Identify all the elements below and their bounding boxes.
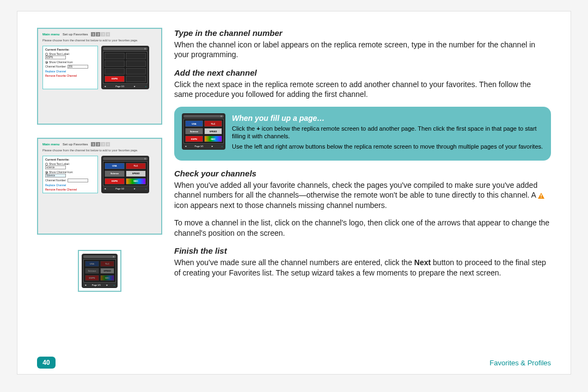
heading-finish-list: Finish the list <box>174 246 551 256</box>
instruction-text: Please choose from the channel list belo… <box>42 39 157 42</box>
heading-add-next-channel: Add the next channel <box>174 68 551 78</box>
section-title: Favorites & Profiles <box>489 359 551 367</box>
heading-type-channel-number: Type in the channel number <box>174 28 551 39</box>
paragraph-finish: When you've made sure all the channel nu… <box>174 258 551 278</box>
channel-icon-select: Science <box>45 174 66 177</box>
callout-heading: When you fill up a page… <box>232 113 543 123</box>
paragraph-check-channels: When you've added all your favorite chan… <box>174 180 551 210</box>
channel-espn-icon: ESPN <box>105 76 125 82</box>
setup-favorites-screenshot-1: Main menu Set up Favorites 1234 Please c… <box>37 28 162 125</box>
channel-speed-icon: SPEED <box>126 170 146 177</box>
plus-icon: + <box>222 145 223 148</box>
channel-number-input: 206 <box>68 65 88 69</box>
svg-rect-2 <box>541 197 541 198</box>
remote-replica: ESPN ◄Page 1/1►+ <box>101 46 149 89</box>
callout-paragraph-2: Use the left and right arrow buttons bel… <box>232 143 543 151</box>
wizard-steps: 1234 <box>91 32 110 36</box>
breadcrumb-setup-favorites: Set up Favorites <box>63 33 88 36</box>
remote-preview-thumbnail: USATLC ScienceSPEED ESPNNBC ◄Page 1/1►+ <box>78 250 121 292</box>
paragraph-type-channel: When the channel icon or label appears o… <box>174 40 551 60</box>
radio-channel-icon <box>45 61 48 64</box>
channel-science-icon: Science <box>105 170 125 177</box>
channel-nbc-icon: NBC <box>126 178 146 185</box>
warning-icon <box>538 193 544 199</box>
setup-favorites-screenshot-2: Main menu Set up Favorites 1234 Please c… <box>37 138 162 235</box>
replace-channel-link: Replace Channel <box>45 70 95 73</box>
heading-check-channels: Check your channels <box>174 168 551 179</box>
text-label-input: ESPN <box>45 56 66 59</box>
callout-paragraph-1: Click the + icon below the replica remot… <box>232 125 543 140</box>
paragraph-move-channel: To move a channel in the list, click on … <box>174 218 551 238</box>
remove-channel-link: Remove Favorite Channel <box>45 74 95 77</box>
paragraph-add-next: Click the next space in the replica remo… <box>174 79 551 100</box>
callout-remote-replica: USATLC ScienceSPEED ESPNNBC ◄Page 1/1►+ <box>182 113 225 149</box>
svg-rect-1 <box>541 194 541 197</box>
breadcrumb-main-menu: Main menu <box>42 33 59 36</box>
page-number: 40 <box>37 357 56 369</box>
callout-fill-page: USATLC ScienceSPEED ESPNNBC ◄Page 1/1►+ … <box>174 107 551 161</box>
channel-usa-icon: USA <box>105 163 125 169</box>
channel-tlc-icon: TLC <box>126 163 146 169</box>
current-favorite-panel: Current Favorite: Show Text Label: ESPN … <box>42 46 98 89</box>
